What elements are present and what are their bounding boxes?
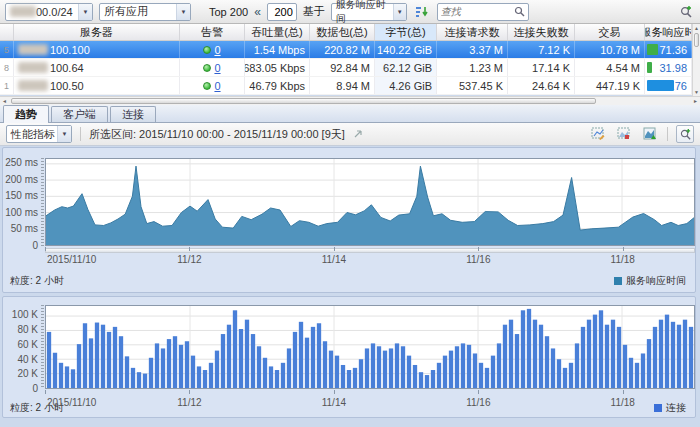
- y-axis-label: 100 K: [3, 309, 38, 320]
- x-axis-label: 11/14: [322, 397, 346, 408]
- redacted-ip-prefix: [18, 62, 48, 73]
- selected-range-label: 所选区间: 2015/11/10 00:00 - 2015/11/19 00:0…: [89, 127, 345, 142]
- app-window: { "toolbar": { "network_combo_value": "0…: [0, 0, 700, 427]
- x-axis-label: 11/16: [466, 397, 490, 408]
- table-horizontal-scrollbar[interactable]: ◄ ►: [0, 96, 700, 105]
- application-combo[interactable]: 所有应用 ▼: [99, 3, 191, 21]
- legend-swatch: [614, 277, 622, 285]
- col-header-throughput[interactable]: 吞吐量(总): [245, 24, 310, 40]
- scroll-left-icon[interactable]: ◄: [2, 98, 7, 104]
- y-axis-label: 60 K: [3, 339, 38, 350]
- throughput-cell: 1.54 Mbps: [245, 41, 310, 58]
- connections-chart-panel: 粒度: 2 小时 连接 100 K80 K60 K40 K20 K02015/1…: [2, 296, 696, 418]
- y-axis-label: 50 ms: [3, 223, 38, 234]
- legend-label: 连接: [666, 401, 686, 415]
- indicator-combo[interactable]: 性能指标 ▼: [6, 125, 72, 143]
- bytes-cell: 4.26 GiB: [375, 77, 437, 94]
- vertical-scroll-thumb[interactable]: [694, 33, 699, 47]
- response-time-chart-plot[interactable]: [45, 158, 695, 246]
- tab-trend[interactable]: 趋势: [3, 105, 49, 123]
- legend-swatch: [654, 404, 662, 412]
- redacted-ip-prefix: [18, 44, 48, 55]
- conn-failures-cell: 17.14 K: [508, 59, 575, 76]
- col-header-alarm[interactable]: 告警: [180, 24, 245, 40]
- chart-style-icon[interactable]: [615, 125, 633, 143]
- server-table: 服务器告警吞吐量(总)数据包(总)字节(总)连接请求数连接失败数交易服务响应时 …: [0, 24, 692, 95]
- alarm-status-icon: [203, 64, 211, 72]
- table-vertical-scrollbar[interactable]: ▲ ▼: [692, 24, 700, 96]
- alarm-count-link[interactable]: 0: [214, 44, 220, 56]
- conn-failures-cell: 7.12 K: [508, 41, 575, 58]
- redacted-ip-prefix: [18, 80, 48, 91]
- col-header-conn_req[interactable]: 连接请求数: [437, 24, 508, 40]
- table-row[interactable]: 1100.50046.79 Kbps8.94 M4.26 GiB537.45 K…: [0, 77, 692, 95]
- row-number: 8: [0, 59, 14, 76]
- col-header-conn_fail[interactable]: 连接失败数: [508, 24, 575, 40]
- col-header-response[interactable]: 服务响应时: [645, 24, 692, 40]
- server-address: 100.50: [50, 80, 84, 92]
- chart-filter-bar: 性能指标 ▼ 所选区间: 2015/11/10 00:00 - 2015/11/…: [0, 123, 700, 146]
- packets-cell: 220.82 M: [310, 41, 375, 58]
- server-cell: 100.64: [14, 59, 180, 76]
- server-address: 100.64: [50, 62, 84, 74]
- chevron-down-icon[interactable]: ▼: [78, 4, 92, 20]
- zoom-options-icon[interactable]: [676, 125, 694, 143]
- scroll-right-icon[interactable]: ►: [693, 98, 698, 104]
- search-input[interactable]: [441, 6, 514, 17]
- x-axis-label: 11/12: [177, 254, 201, 265]
- tab-client[interactable]: 客户端: [51, 106, 108, 122]
- edit-chart-icon[interactable]: [589, 125, 607, 143]
- col-header-server[interactable]: 服务器: [14, 24, 180, 40]
- network-segment-combo[interactable]: 00.0/24 ▼: [5, 3, 93, 21]
- table-row[interactable]: 8100.640683.05 Kbps92.84 M62.12 GiB1.23 …: [0, 59, 692, 77]
- x-axis-label: 2015/11/10: [47, 397, 96, 408]
- conn-requests-cell: 537.45 K: [437, 77, 508, 94]
- x-axis-tick: [189, 247, 190, 251]
- col-header-transactions[interactable]: 交易: [575, 24, 645, 40]
- application-combo-value: 所有应用: [104, 4, 148, 19]
- chevron-down-icon[interactable]: ▼: [393, 4, 406, 20]
- x-axis-tick: [478, 247, 479, 251]
- y-axis-minor-ticks: [41, 158, 44, 246]
- scroll-down-icon[interactable]: ▼: [694, 89, 699, 95]
- x-axis-label: 11/18: [611, 254, 635, 265]
- connections-chart-plot[interactable]: [45, 305, 695, 389]
- scroll-up-icon[interactable]: ▲: [694, 25, 699, 31]
- y-axis-label: 100 ms: [3, 207, 38, 218]
- table-row[interactable]: 5100.10001.54 Mbps220.82 M140.22 GiB3.37…: [0, 41, 692, 59]
- y-axis-label: 40 K: [3, 354, 38, 365]
- response-time-cell: 137.76: [645, 77, 692, 94]
- range-edit-icon[interactable]: [353, 129, 363, 139]
- chart-legend: 服务响应时间: [614, 274, 686, 288]
- sort-order-icon[interactable]: [413, 3, 431, 21]
- alarm-cell: 0: [180, 77, 245, 94]
- alarm-count-link[interactable]: 0: [214, 80, 220, 92]
- search-icon[interactable]: [514, 6, 525, 17]
- col-header-packets[interactable]: 数据包(总): [310, 24, 375, 40]
- row-number: 5: [0, 41, 14, 58]
- bytes-cell: 62.12 GiB: [375, 59, 437, 76]
- advanced-search-icon[interactable]: [677, 3, 695, 21]
- col-header-index[interactable]: [0, 24, 14, 40]
- chevron-down-icon[interactable]: ▼: [57, 126, 71, 142]
- alarm-count-link[interactable]: 0: [214, 62, 220, 74]
- y-axis-label: 200 ms: [3, 174, 38, 185]
- horizontal-scroll-thumb[interactable]: [11, 98, 596, 104]
- chart-axis-strip: [45, 248, 695, 253]
- y-axis-label: 0: [3, 383, 38, 394]
- sort-metric-combo[interactable]: 服务响应时间 ▼: [331, 3, 407, 21]
- y-axis-label: 250 ms: [3, 157, 38, 168]
- x-axis-tick: [45, 247, 46, 251]
- conn-failures-cell: 24.64 K: [508, 77, 575, 94]
- response-time-bar: [647, 62, 652, 73]
- col-header-bytes[interactable]: 字节(总): [375, 24, 437, 40]
- bytes-cell: 140.22 GiB: [375, 41, 437, 58]
- collapse-chevrons-icon[interactable]: «: [254, 5, 261, 19]
- top-count-input[interactable]: [267, 3, 297, 21]
- tab-connection[interactable]: 连接: [110, 106, 156, 122]
- chevron-down-icon[interactable]: ▼: [176, 4, 190, 20]
- divider: [667, 127, 668, 141]
- based-on-label: 基于: [303, 4, 325, 19]
- response-time-chart-panel: 粒度: 2 小时 服务响应时间 250 ms200 ms150 ms100 ms…: [2, 147, 696, 293]
- export-chart-icon[interactable]: [641, 125, 659, 143]
